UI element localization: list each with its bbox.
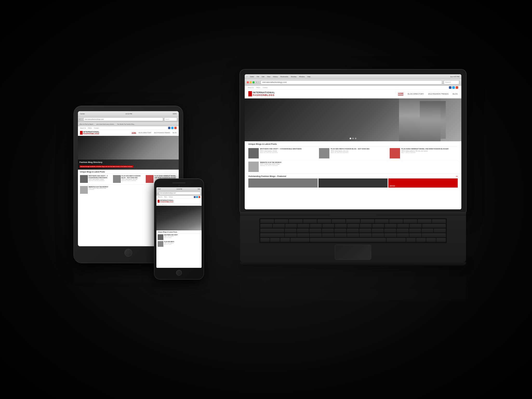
maximize-button[interactable] [252,81,255,83]
iphone-faq-link[interactable]: FAQ's [164,196,167,198]
ipad-search-bar[interactable]: Search [164,117,177,121]
post-title-1[interactable]: BROTHERS AND CRAFT – 4 FASHIONABLE BROTH… [260,148,302,150]
facebook-icon[interactable] [449,86,451,89]
key-8 [360,224,372,228]
safari-menu-item[interactable]: Safari [250,76,254,77]
nav-blog[interactable]: BLOG [453,93,458,95]
ipad-time: 12:12 PM [125,113,132,115]
featured-item-3: LIPSTICK [388,178,458,188]
laptop-about-link[interactable]: About Us [248,87,254,88]
bookmarks-menu-item[interactable]: Bookmarks [280,76,288,77]
ipad-url-bar[interactable]: internationalfashionblogs.com/ [83,117,163,121]
nav-fashion-trends[interactable]: 2013 FASHION TRENDS [428,93,449,95]
iphone-speaker [172,182,185,183]
featured-item-2 [318,178,388,188]
iphone-home-button[interactable] [176,270,182,276]
bookmark-1[interactable]: eBay for iPad by Algosh... [79,123,94,125]
trackpad[interactable] [335,245,371,260]
key-5 [322,224,334,228]
twitter-icon[interactable] [452,86,455,89]
nav-blog-directory[interactable]: BLOG DIRECTORY [408,93,424,95]
ipad-post-title-2[interactable]: PLUS SIZE MEN'S FASHION BLOG – BOY DOES … [122,175,144,179]
laptop-foot [240,262,466,265]
laptop-contact-link[interactable]: Contact [263,87,268,88]
ipad-twitter-icon[interactable] [171,127,174,129]
iphone-gplus-icon[interactable] [198,196,200,198]
dot-1[interactable] [350,138,351,139]
key-cmd-l [290,238,309,242]
iphone-about-link[interactable]: About Us [158,196,163,198]
ipad-back-arrow[interactable]: ‹ [79,118,80,121]
dot-3[interactable] [355,138,356,139]
search-bar[interactable]: Search [444,80,459,84]
post-title-3[interactable]: PLUS-SIZED SWIMSUIT MODEL AND MOM FASHIO… [401,148,449,150]
ipad-hero-title: Fashion Blog Directory [79,161,177,163]
help-menu-item[interactable]: Help [307,76,310,77]
ipad-post-info-4: WEBSITE IS IN THE WORKS! TAGS: fashion b… [89,186,108,194]
iphone-post-date-2: March 26, 2013 [164,244,174,245]
develop-menu-item[interactable]: Develop [291,76,297,77]
ipad-contact-link[interactable]: Contact [94,127,99,129]
ipad-post-title-3[interactable]: PLUS-SIZED SWIMSUIT MODEL AND MOM FASHIO… [154,175,177,179]
ipad-nav-directory[interactable]: BLOG DIRECTORY [139,132,151,134]
dot-2[interactable] [352,138,354,139]
bookmark-3[interactable]: The Worlds Top Fashion Blog... [117,123,135,125]
ipad-nav-home[interactable]: HOME [132,132,136,134]
iphone-hero [156,206,202,230]
nav-home[interactable]: HOME [398,92,403,95]
back-arrow-icon[interactable]: ‹ [256,81,257,84]
bookmark-2[interactable]: pine street block party orlando... [96,123,115,125]
key-2 [285,224,297,228]
ipad-forward-arrow[interactable]: › [81,118,82,121]
key-f6 [346,219,360,223]
ipad-nav-trends[interactable]: 2013 FASHION TRENDS [154,132,170,134]
iphone-body: AT&T 10:38 PM 56% ‹ internationalfashion… [154,179,204,279]
keyboard-keys [259,218,447,243]
key-w [297,229,309,233]
ipad-nav-blog[interactable]: BLOG [173,132,177,134]
all-link[interactable]: All [456,176,458,177]
edit-menu-item[interactable]: Edit [262,76,264,77]
laptop-faq-link[interactable]: FAQ's [256,87,260,88]
iphone-carrier: AT&T [158,188,161,190]
iphone-post-thumb-2 [158,241,163,247]
ipad-faq-link[interactable]: FAQ's [88,127,92,129]
file-menu-item[interactable]: File [257,76,259,77]
post-date-2: March 26, 2013 No Comments [331,152,369,153]
google-plus-icon[interactable] [456,86,458,89]
forward-arrow-icon[interactable]: › [258,81,259,84]
key-f9 [389,219,403,223]
ipad-post-info-1: BROTHERS AND CRAFT – 4 FASHIONABLE BROTH… [89,175,111,183]
close-button[interactable] [247,81,249,83]
key-j [360,233,371,237]
iphone-twitter-icon[interactable] [196,196,198,198]
iphone-contact-link[interactable]: Contact [169,196,173,198]
post-title-2[interactable]: PLUS SIZE MEN'S FASHION BLOG – BOY DOES … [331,148,369,150]
key-arrow-u [416,238,426,242]
laptop-hero-slider [245,98,461,141]
post-date-3: May 7, 2013 1 Comment [401,152,449,153]
iphone-back-icon[interactable]: ‹ [157,192,158,194]
key-minus [397,224,409,228]
url-bar[interactable]: internationalfashionblogs.com/ [261,80,442,84]
key-esc [260,219,274,223]
ipad-facebook-icon[interactable] [168,127,170,129]
view-menu-item[interactable]: View [267,76,270,77]
laptop-section-title: Unique Blogs & Latest Posts [248,143,458,147]
iphone-url-bar[interactable]: internationalfashionblogs.com/ [159,192,201,195]
ipad-home-button[interactable] [124,249,132,257]
window-menu-item[interactable]: Window [299,76,305,77]
history-menu-item[interactable]: History [273,76,278,77]
minimize-button[interactable] [250,81,252,83]
key-bracket-l [409,229,421,233]
ipad-gplus-icon[interactable] [174,127,177,129]
iphone-facebook-icon[interactable] [194,196,196,198]
key-quote [409,233,421,237]
laptop-posts-section: Unique Blogs & Latest Posts BROTHERS AND… [245,141,461,174]
key-4 [310,224,322,228]
key-fn [260,238,270,242]
ipad-post-title-1[interactable]: BROTHERS AND CRAFT – 4 FASHIONABLE BROTH… [89,175,111,179]
post-thumb-4 [248,162,259,172]
iphone-section-title: Unique Blogs & Latest Posts [158,231,200,234]
ipad-about-link[interactable]: About Us [80,127,86,129]
